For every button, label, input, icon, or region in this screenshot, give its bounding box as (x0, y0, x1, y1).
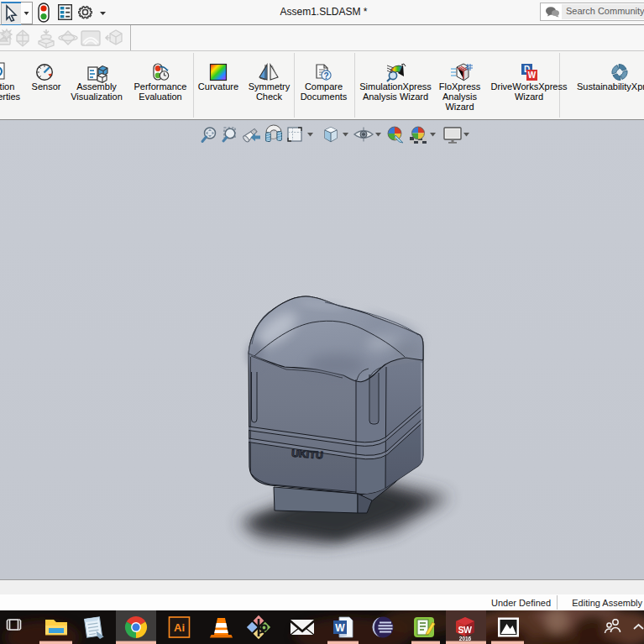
svg-text:W: W (335, 622, 345, 634)
svg-text:2016: 2016 (459, 636, 472, 641)
svg-text:UKITU: UKITU (291, 448, 324, 462)
svg-text:Ai: Ai (174, 621, 185, 634)
svg-text:?: ? (323, 71, 328, 81)
svg-text:W: W (528, 71, 537, 80)
svg-text:SW: SW (458, 625, 473, 635)
